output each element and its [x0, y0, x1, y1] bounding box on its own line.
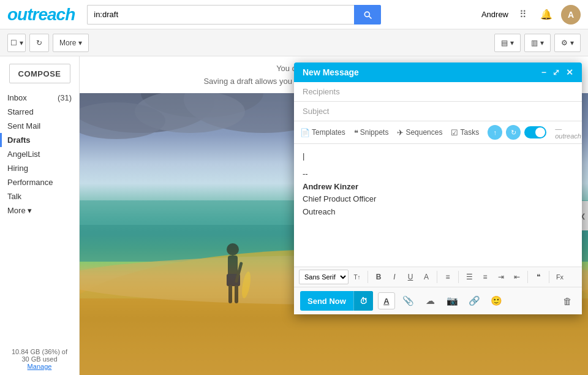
quote-btn[interactable]: ❝: [531, 270, 546, 284]
snippets-tool[interactable]: ❝ Snippets: [354, 128, 389, 137]
sidebar-item-hiring[interactable]: Hiring: [0, 161, 79, 175]
sequences-label: Sequences: [405, 128, 442, 137]
cursor: |: [303, 151, 304, 161]
sidebar-item-angellist[interactable]: AngelList: [0, 147, 79, 161]
header-right: Andrew ⠿ 🔔 A: [481, 5, 581, 25]
manage-link[interactable]: Manage: [28, 363, 52, 370]
close-icon[interactable]: ✕: [566, 67, 573, 77]
toolbar-right: ▤ ▾ ▥ ▾ ⚙ ▾: [494, 34, 581, 52]
search-input[interactable]: [87, 5, 354, 25]
underline-btn[interactable]: U: [403, 270, 418, 284]
gear-icon: ⚙: [561, 39, 568, 47]
talk-label: Talk: [7, 192, 21, 201]
tasks-tool[interactable]: ☑ Tasks: [451, 128, 479, 137]
message-body[interactable]: | -- Andrew Kinzer Chief Product Officer…: [294, 144, 582, 267]
fmt-separator-4: [527, 271, 528, 283]
layout-arrow: ▾: [510, 39, 514, 47]
subject-placeholder: Subject: [303, 107, 329, 116]
starred-label: Starred: [7, 107, 34, 116]
settings-arrow: ▾: [570, 39, 574, 47]
sequences-icon: ✈: [397, 128, 404, 137]
align-btn[interactable]: ≡: [440, 270, 455, 284]
signature-title: Chief Product Officer: [303, 193, 573, 206]
signature-company: Outreach: [303, 206, 573, 219]
format-toolbar: Sans Serif T↑ B I U A ≡ ☰ ≡ ⇥ ⇤ ❝ Fx: [294, 267, 582, 287]
compose-window: New Message − ⤢ ✕ Recipients Subject 📄 T: [294, 63, 582, 314]
templates-tool[interactable]: 📄 Templates: [300, 128, 345, 137]
subject-row[interactable]: Subject: [294, 102, 582, 121]
templates-label: Templates: [312, 128, 345, 137]
toggle-switch[interactable]: [524, 126, 546, 138]
settings-button[interactable]: ⚙ ▾: [554, 34, 581, 52]
sequences-tool[interactable]: ✈ Sequences: [397, 128, 442, 137]
fmt-separator-5: [549, 271, 549, 283]
ordered-list-btn[interactable]: ≡: [478, 270, 492, 284]
delete-draft-button[interactable]: 🗑: [559, 292, 576, 309]
compose-title: New Message: [303, 67, 359, 77]
send-schedule-button[interactable]: ⏱: [353, 291, 373, 311]
sidebar-item-performance[interactable]: Performance: [0, 175, 79, 189]
indent-btn[interactable]: ⇥: [494, 270, 508, 284]
bottom-toolbar: Send Now ⏱ A 📎 ☁ 📷 🔗 🙂 🗑: [294, 287, 582, 314]
templates-icon: 📄: [300, 128, 310, 137]
user-name-label: Andrew: [481, 10, 508, 19]
bell-icon[interactable]: 🔔: [538, 6, 555, 23]
recipients-placeholder: Recipients: [303, 87, 340, 96]
insert-photo-button[interactable]: 📷: [444, 292, 461, 309]
fmt-separator-1: [368, 271, 368, 283]
minimize-icon[interactable]: −: [541, 67, 546, 77]
font-color-btn[interactable]: A: [419, 270, 434, 284]
sidebar-item-sent[interactable]: Sent Mail: [0, 119, 79, 133]
svg-point-11: [227, 243, 239, 256]
insert-link-button[interactable]: 🔗: [466, 292, 483, 309]
compose-header-icons: − ⤢ ✕: [541, 67, 573, 77]
search-icon: [363, 10, 372, 20]
font-select[interactable]: Sans Serif: [299, 270, 349, 284]
select-all-checkbox[interactable]: ☐ ▾: [7, 34, 26, 52]
layout-button[interactable]: ▤ ▾: [494, 34, 521, 52]
sidebar-item-starred[interactable]: Starred: [0, 105, 79, 119]
icon-circle-1[interactable]: ↑: [488, 125, 502, 140]
grid-icon[interactable]: ⠿: [514, 6, 532, 23]
avatar[interactable]: A: [561, 5, 581, 25]
send-now-button[interactable]: Send Now ⏱: [300, 291, 373, 311]
svg-rect-13: [228, 285, 232, 303]
emoji-button[interactable]: 🙂: [488, 292, 505, 309]
sent-label: Sent Mail: [7, 121, 40, 131]
cloud-attach-button[interactable]: ☁: [422, 292, 439, 309]
refresh-button[interactable]: ↻: [29, 34, 49, 52]
sidebar-item-talk[interactable]: Talk: [0, 189, 79, 203]
icon-circle-2[interactable]: ↻: [506, 125, 521, 140]
italic-btn[interactable]: I: [387, 270, 402, 284]
snippets-label: Snippets: [360, 128, 389, 137]
sidebar-item-more[interactable]: More ▾: [0, 203, 79, 218]
sidebar-item-inbox[interactable]: Inbox (31): [0, 91, 79, 105]
performance-label: Performance: [7, 178, 53, 187]
layout-icon: ▤: [501, 39, 508, 47]
compose-button[interactable]: COMPOSE: [9, 64, 70, 83]
fullscreen-icon[interactable]: ⤢: [552, 67, 560, 77]
unordered-list-btn[interactable]: ☰: [462, 270, 477, 284]
compose-header: New Message − ⤢ ✕: [294, 63, 582, 82]
outreach-branding: — outreach: [555, 125, 581, 140]
outdent-btn[interactable]: ⇤: [510, 270, 524, 284]
snippets-icon: ❝: [354, 128, 358, 137]
attach-file-button[interactable]: 📎: [400, 292, 417, 309]
more-button[interactable]: More ▾: [53, 34, 89, 52]
font-size-btn[interactable]: T↑: [350, 270, 364, 284]
more-label: More ▾: [59, 39, 82, 47]
compose-icons-right: ↑ ↻: [488, 125, 546, 140]
app-logo: outreach: [7, 5, 75, 25]
dropdown-arrow: ▾: [20, 39, 23, 47]
recipients-row[interactable]: Recipients: [294, 82, 582, 102]
sidebar-item-drafts[interactable]: Drafts: [0, 133, 79, 147]
split-arrow: ▾: [540, 39, 544, 47]
split-view-button[interactable]: ▥ ▾: [524, 34, 551, 52]
format-text-button[interactable]: A: [378, 292, 395, 309]
svg-rect-14: [235, 285, 238, 303]
signature: -- Andrew Kinzer Chief Product Officer O…: [303, 168, 573, 219]
bold-btn[interactable]: B: [371, 270, 386, 284]
search-button[interactable]: [354, 5, 381, 25]
checkbox-icon: ☐: [10, 39, 17, 47]
clear-format-btn[interactable]: Fx: [552, 270, 567, 284]
